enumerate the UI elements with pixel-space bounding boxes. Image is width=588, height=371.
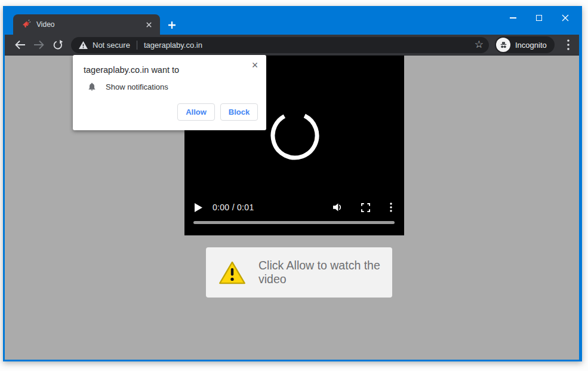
window-close-button[interactable] xyxy=(552,10,578,26)
video-progress-bar[interactable] xyxy=(193,221,395,224)
browser-toolbar: Not secure tageraplaby.co.in ☆ Incognito xyxy=(5,35,579,56)
url-text: tageraplaby.co.in xyxy=(144,41,202,50)
security-label: Not secure xyxy=(93,41,130,50)
notification-permission-dialog: × tageraplaby.co.in want to Show notific… xyxy=(73,55,266,130)
dialog-title: tageraplaby.co.in want to xyxy=(84,65,179,75)
video-controls: 0:00 / 0:01 xyxy=(184,201,404,213)
video-menu-button[interactable] xyxy=(390,203,392,212)
maximize-icon xyxy=(536,15,542,21)
back-arrow-icon xyxy=(14,39,26,50)
message-text: Click Allow to watch the video xyxy=(258,259,391,287)
address-divider xyxy=(137,41,137,50)
fullscreen-button[interactable] xyxy=(361,203,370,212)
dialog-actions: Allow Block xyxy=(177,103,258,121)
fullscreen-icon xyxy=(361,203,370,212)
screenshot-root: { "tab_bar": { "tab_title": "Video" }, "… xyxy=(0,0,588,371)
tab-close-icon[interactable] xyxy=(143,19,154,30)
incognito-icon xyxy=(499,41,508,50)
loading-spinner-icon xyxy=(270,111,320,161)
video-time: 0:00 / 0:01 xyxy=(213,203,254,212)
tab-title: Video xyxy=(36,20,143,29)
dialog-close-icon[interactable]: × xyxy=(250,60,260,70)
window-minimize-button[interactable] xyxy=(500,10,526,26)
address-bar[interactable]: Not secure tageraplaby.co.in ☆ xyxy=(71,37,489,53)
volume-button[interactable] xyxy=(333,203,343,212)
play-icon xyxy=(195,203,202,212)
window-controls xyxy=(500,10,578,26)
minimize-icon xyxy=(510,17,516,19)
bookmark-star-icon[interactable]: ☆ xyxy=(475,39,484,50)
warning-triangle-icon xyxy=(218,260,247,286)
block-button[interactable]: Block xyxy=(220,103,258,121)
forward-arrow-icon xyxy=(33,39,45,50)
kebab-menu-icon xyxy=(567,39,569,50)
permission-request-row: Show notifications xyxy=(87,82,168,91)
back-button[interactable] xyxy=(13,38,27,52)
not-secure-warning-icon xyxy=(79,41,88,49)
video-menu-icon xyxy=(390,203,392,212)
click-allow-message: Click Allow to watch the video xyxy=(206,247,392,298)
permission-request-label: Show notifications xyxy=(106,82,168,91)
close-icon xyxy=(562,14,569,22)
browser-tab-video[interactable]: Video xyxy=(13,14,160,35)
incognito-avatar xyxy=(496,38,510,52)
reload-button[interactable] xyxy=(51,38,65,52)
new-tab-button[interactable] xyxy=(165,19,178,32)
new-tab-plus-icon xyxy=(168,21,176,29)
allow-button[interactable]: Allow xyxy=(177,103,215,121)
incognito-label: Incognito xyxy=(515,41,547,50)
browser-menu-button[interactable] xyxy=(562,38,574,52)
play-button[interactable] xyxy=(195,203,202,212)
window-maximize-button[interactable] xyxy=(526,10,552,26)
incognito-badge: Incognito xyxy=(495,36,555,53)
browser-window: Video Not secure tageraplaby.co.in ☆ xyxy=(3,6,582,361)
bell-icon xyxy=(87,82,97,91)
megaphone-favicon-icon xyxy=(21,20,31,29)
reload-icon xyxy=(53,39,63,51)
forward-button[interactable] xyxy=(32,38,46,52)
volume-icon xyxy=(333,203,343,212)
